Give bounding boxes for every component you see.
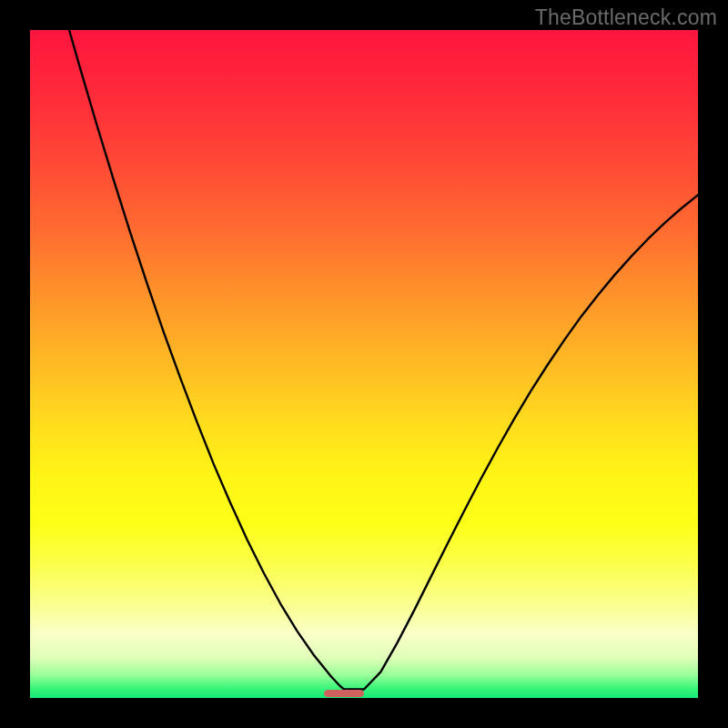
vertex-marker	[324, 690, 364, 697]
outer-frame: TheBottleneck.com	[0, 0, 728, 728]
watermark: TheBottleneck.com	[535, 5, 717, 30]
background-gradient	[30, 30, 698, 698]
plot-area	[30, 30, 698, 698]
plot-svg	[30, 30, 698, 698]
